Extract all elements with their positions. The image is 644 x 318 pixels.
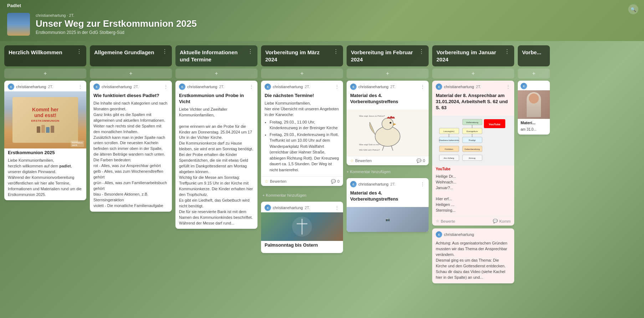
col2-menu-icon[interactable]: ⋮ <box>162 48 168 55</box>
card-col2-header: c christianehartung 2T. ⋮ <box>90 81 172 91</box>
card-col4-intro: Liebe Kommunionfamilien,hier eine Übersi… <box>265 101 339 118</box>
author-name-col3: christianehartung <box>187 85 217 89</box>
col1-menu-icon[interactable]: ⋮ <box>76 48 82 55</box>
add-btn-col1[interactable]: + <box>4 69 86 79</box>
svg-point-5 <box>382 118 393 130</box>
header-meta: christianehartung · 2T. <box>36 13 197 17</box>
chat-icon-col5: 💬 <box>416 158 421 163</box>
card-col6-achtung: c christianehartung Achtung: Aus organis… <box>432 228 514 283</box>
comment-num-col5: 0 <box>423 158 425 163</box>
add-btn-col7[interactable]: + <box>518 69 550 79</box>
card-col6-header: c christianehartung 2T. ⋮ <box>432 81 514 91</box>
card-col5-menu[interactable]: ⋮ <box>420 84 425 90</box>
time-col2: 2T. <box>133 85 139 89</box>
card-col5-header: c christianehartung 2T. ⋮ <box>347 81 429 91</box>
search-button[interactable]: 🔍 <box>628 4 638 14</box>
svg-text:YouTube: YouTube <box>489 123 501 126</box>
column-header-allgemeine: Allgemeine Grundlagen ⋮ <box>90 45 172 66</box>
author-name-col5: christianehartung <box>358 85 388 89</box>
card-col4-add-comment: + Kommentar hinzufügen <box>261 193 343 199</box>
col6-menu-icon[interactable]: ⋮ <box>504 48 510 55</box>
card-col1-menu[interactable]: ⋮ <box>78 84 83 90</box>
time-col6: 2T. <box>476 85 481 89</box>
star-icon-col5: ☆ <box>350 158 354 163</box>
card-col4-footer: ☆ Bewerten 💬 0 <box>261 176 343 186</box>
add-btn-col3[interactable]: + <box>175 69 257 79</box>
board: Herzlich Willkommen ⋮ Allgemeine Grundla… <box>0 41 644 318</box>
add-btn-col4[interactable]: + <box>261 69 343 79</box>
card-col6-body: Material der 8. Ansprechbar am 31.01.202… <box>432 91 514 116</box>
col3-menu-icon[interactable]: ⋮ <box>247 48 253 55</box>
card-col7-header: c <box>518 81 550 90</box>
col3-label: Aktuelle Informationen und Termine <box>180 49 245 63</box>
col5-menu-icon[interactable]: ⋮ <box>419 48 424 55</box>
svg-text:Wie fühlt sich Petrus?: Wie fühlt sich Petrus? <box>359 149 380 151</box>
card-column-5: c christianehartung 2T. ⋮ Material des 4… <box>347 81 429 318</box>
svg-text:Einzug: Einzug <box>469 157 475 159</box>
card-col1-caption: Erstkommunion 2025 <box>8 150 83 156</box>
svg-text:Was sagt Gott zu mir?: Was sagt Gott zu mir? <box>359 143 380 146</box>
card-col5-header2: c christianehartung 2T. ⋮ <box>347 178 429 189</box>
card-col3-probe: c christianehartung 2T. ⋮ Erstkommunion … <box>175 81 257 229</box>
add-buttons-row: + + + + + + + <box>0 66 644 81</box>
card-col5-author: c christianehartung 2T. <box>350 84 395 90</box>
card-col2-menu[interactable]: ⋮ <box>163 84 168 90</box>
author-name-col1: christianehartung <box>16 85 46 89</box>
add-btn-col6[interactable]: + <box>432 69 514 79</box>
svg-text:Fürbitten: Fürbitten <box>445 148 453 150</box>
card-col3-menu[interactable]: ⋮ <box>249 84 254 90</box>
avatar-col2: c <box>93 84 100 90</box>
col5-label: Vorbereitung im Februar 2024 <box>351 49 416 63</box>
bookmark-col6[interactable]: ☆ Bewerte <box>436 219 455 223</box>
card-col6-footer: ☆ Bewerte 💬 Komm <box>432 216 514 226</box>
add-btn-col5[interactable]: + <box>347 69 429 79</box>
diagram-svg: Was sagt Jesus zu Petrus? Was sagt Gott … <box>356 111 420 154</box>
book-cover-image: Kommt her und esst! ERSTKOMMUNION bonif <box>4 91 86 148</box>
card-col1-author: c christianehartung 2T. <box>8 84 53 90</box>
author-name-col6: christianehartung <box>444 85 474 89</box>
bookmark-label-col6: Bewerte <box>441 219 455 223</box>
card-column-7: c Materi... am 31.0... <box>518 81 550 318</box>
card-col6-ansprechbar: c christianehartung 2T. ⋮ Material der 8… <box>432 81 514 226</box>
list-item-1: Freitag, 29.03., 11.00 Uhr, Kinderkreuzw… <box>270 119 339 131</box>
card-col5-2-menu[interactable]: ⋮ <box>420 181 425 187</box>
col5-photo2: 📷 <box>347 207 429 232</box>
svg-text:Gabenbereitung: Gabenbereitung <box>464 148 480 150</box>
avatar-col4-2: c <box>265 205 271 211</box>
svg-text:Lesung(en): Lesung(en) <box>444 130 454 132</box>
add-comment-col5[interactable]: + Kommentar hinzufügen <box>347 170 390 174</box>
column-header-maerz: Vorbereitung im März 2024 ⋮ <box>261 45 343 66</box>
card-col4-menu[interactable]: ⋮ <box>334 84 339 90</box>
card-col2-author: c christianehartung 2T. <box>93 84 139 90</box>
rate-button-col5[interactable]: ☆ Bewerten <box>350 158 372 163</box>
column-header-aktuelle: Aktuelle Informationen und Termine ⋮ <box>175 45 257 66</box>
card-col1-header: c christianehartung 2T. ⋮ <box>4 81 86 91</box>
avatar-col7: c <box>521 83 527 89</box>
card-column-2: c christianehartung 2T. ⋮ Wie funktioier… <box>90 81 172 318</box>
card-col4-palmsonntag-author: c christianehartung 2T. <box>265 205 310 211</box>
card-col4-author: c christianehartung 2T. <box>265 84 310 90</box>
svg-text:Vorbereitung: Vorbereitung <box>466 121 478 123</box>
add-comment-col4[interactable]: + Kommentar hinzufügen <box>261 193 306 197</box>
author-name-col6-2: christianehartung <box>444 232 474 237</box>
card-col4-palmsonntag-menu[interactable]: ⋮ <box>334 205 339 211</box>
avatar-col1: c <box>8 84 14 90</box>
card-col6-menu[interactable]: ⋮ <box>506 84 511 90</box>
time-col5: 2T. <box>390 85 395 89</box>
col7-photo <box>518 90 550 119</box>
comment-label-col6: Komm <box>499 219 511 223</box>
header: Padlet christianehartung · 2T. Unser Weg… <box>0 0 644 41</box>
card-col5-title: Material des 4. Vorbereitungstreffens <box>350 93 425 105</box>
add-comment-col6[interactable]: 💬 Komm <box>493 219 511 223</box>
card-col4-list: Freitag, 29.03., 11.00 Uhr, Kinderkreuzw… <box>265 119 339 173</box>
card-col5-material: c christianehartung 2T. ⋮ Material des 4… <box>347 81 429 165</box>
comment-count-col4: 💬 0 <box>331 179 339 184</box>
column-header-herzlich-willkommen: Herzlich Willkommen ⋮ <box>4 45 86 66</box>
rate-button-col4[interactable]: ☆ Bewerten <box>265 179 286 184</box>
comment-count-col5: 💬 0 <box>416 158 425 163</box>
col2-label: Allgemeine Grundlagen <box>94 49 160 56</box>
add-btn-col2[interactable]: + <box>90 69 172 79</box>
col4-menu-icon[interactable]: ⋮ <box>333 48 339 55</box>
avatar-col5: c <box>350 84 357 90</box>
comment-icon-col6: 💬 <box>493 219 498 223</box>
